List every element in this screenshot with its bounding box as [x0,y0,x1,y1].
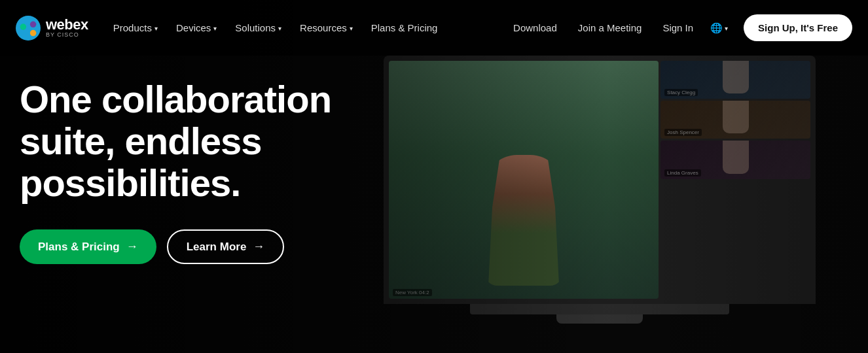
nav-item-plans-pricing[interactable]: Plans & Pricing [362,0,447,56]
globe-icon: 🌐 [710,22,723,34]
learn-more-button[interactable]: Learn More → [167,229,285,264]
hero-actions: Plans & Pricing → Learn More → [20,229,360,264]
hero-title: One collaboration suite, endless possibi… [20,78,360,203]
chevron-down-icon: ▾ [725,25,728,32]
logo-cisco-text: by CISCO [46,32,88,38]
chevron-down-icon: ▾ [278,25,281,32]
navigation: webex by CISCO Products ▾ Devices ▾ Solu… [0,0,868,56]
hero-content: One collaboration suite, endless possibi… [20,78,360,264]
nav-item-join-meeting[interactable]: Join a Meeting [569,0,651,56]
nav-item-download[interactable]: Download [504,0,566,56]
logo[interactable]: webex by CISCO [16,16,88,41]
svg-point-0 [16,16,41,41]
logo-webex-text: webex [46,18,88,32]
nav-links: Products ▾ Devices ▾ Solutions ▾ Resourc… [104,0,504,56]
globe-language-selector[interactable]: 🌐 ▾ [705,22,733,34]
webex-logo-icon [16,16,41,41]
svg-point-2 [30,21,37,27]
nav-right: Download Join a Meeting Sign In 🌐 ▾ Sign… [504,0,852,56]
plans-pricing-button[interactable]: Plans & Pricing → [20,229,156,264]
nav-item-solutions[interactable]: Solutions ▾ [226,0,291,56]
arrow-icon: → [126,240,138,254]
chevron-down-icon: ▾ [213,25,217,32]
chevron-down-icon: ▾ [350,25,353,32]
nav-item-products[interactable]: Products ▾ [104,0,167,56]
svg-point-1 [20,24,27,30]
nav-item-sign-in[interactable]: Sign In [653,0,702,56]
svg-point-3 [30,29,37,36]
nav-item-devices[interactable]: Devices ▾ [167,0,226,56]
signup-button[interactable]: Sign Up, It's Free [744,14,852,41]
chevron-down-icon: ▾ [154,25,158,32]
arrow-icon: → [253,240,264,254]
nav-item-resources[interactable]: Resources ▾ [291,0,362,56]
